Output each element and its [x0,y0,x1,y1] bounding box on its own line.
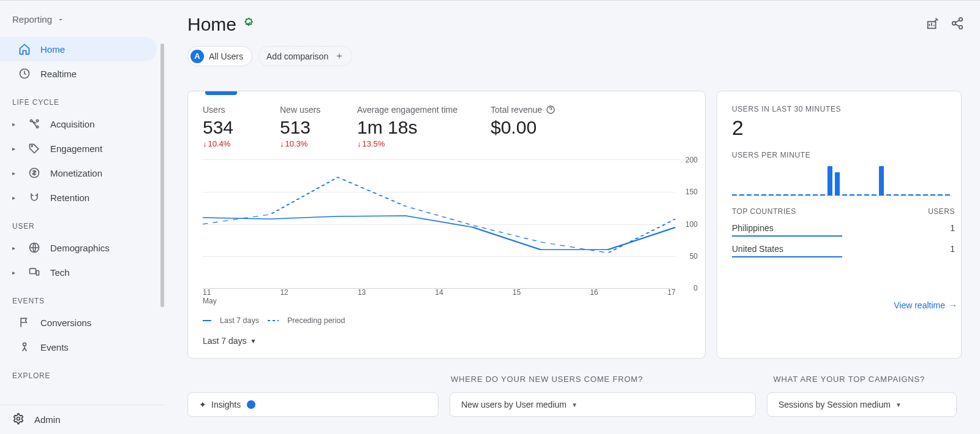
period-selector[interactable]: Last 7 days ▼ [203,336,705,346]
chip-label: Add comparison [266,51,328,61]
metric-total-revenue[interactable]: Total revenue $0.00 [491,105,582,148]
gear-icon [12,413,24,427]
users-chart: 200 150 100 50 0 [203,159,698,288]
svg-point-2 [36,126,38,128]
expand-icon: ▸ [12,145,18,152]
insights-card[interactable]: ✦ Insights [187,392,439,417]
svg-point-9 [23,343,26,346]
sidebar-item-conversions[interactable]: Conversions [0,310,157,335]
section-user: USER [0,210,165,235]
metric-delta: ↓10.3% [280,139,346,148]
share-icon[interactable] [951,17,964,32]
down-arrow-icon: ↓ [203,139,207,148]
expand-icon: ▸ [12,245,18,251]
section-events: EVENTS [0,284,165,310]
sidebar-item-events[interactable]: Events [0,335,157,359]
expand-icon: ▸ [12,269,18,276]
magnet-icon [28,191,40,204]
sidebar-item-home[interactable]: Home [0,37,157,61]
sidebar-item-engagement[interactable]: ▸ Engagement [0,136,157,161]
acquisition-icon [28,118,40,130]
main-content: Home A All Users Add comparison [165,1,980,434]
sidebar-item-monetization[interactable]: ▸ Monetization [0,161,157,185]
y-tick: 150 [685,188,698,196]
customize-icon[interactable] [926,17,940,32]
section-explore: EXPLORE [0,359,165,385]
dollar-icon [28,167,40,179]
y-tick: 100 [685,220,698,229]
section-life-cycle: LIFE CYCLE [0,86,165,112]
new-users-medium-card[interactable]: New users by User medium ▼ [450,392,756,417]
sidebar-item-label: Home [40,44,65,55]
country-row: Philippines 1 [732,221,961,237]
metric-value: 513 [280,117,346,138]
tag-icon [28,142,40,154]
metric-value: 1m 18s [357,117,480,138]
metric-value: $0.00 [491,117,582,138]
help-icon[interactable] [546,105,556,115]
chip-add-comparison[interactable]: Add comparison ＋ [258,46,352,66]
sidebar-item-label: Engagement [50,143,102,154]
metric-label: Average engagement time [357,105,480,115]
metric-delta: ↓10.4% [203,139,269,148]
verified-icon [243,17,255,32]
metric-label: New users [280,105,346,115]
metric-delta: ↓13.5% [357,139,480,148]
svg-point-13 [952,21,956,25]
x-axis-month: May [203,297,705,305]
realtime-head-users: USERS IN LAST 30 MINUTES [732,105,961,113]
users-column-label: USERS [928,207,955,216]
down-arrow-icon: ↓ [357,139,361,148]
svg-point-14 [959,26,963,29]
expand-icon: ▸ [12,170,18,177]
sidebar-scrollbar[interactable] [160,44,164,307]
plus-icon: ＋ [334,50,344,63]
flag-icon [18,316,31,329]
sidebar-item-label: Demographics [50,243,110,253]
sidebar-item-realtime[interactable]: Realtime [0,61,157,86]
view-realtime-link[interactable]: View realtime → [732,300,957,310]
metric-label: Users [203,105,269,115]
y-tick: 0 [693,284,698,292]
sidebar-item-admin[interactable]: Admin [0,405,165,434]
sidebar-item-acquisition[interactable]: ▸ Acquisition [0,112,157,136]
sidebar-item-label: Acquisition [50,119,95,129]
sidebar-item-retention[interactable]: ▸ Retention [0,185,157,210]
chip-label: All Users [209,51,243,61]
sidebar-item-label: Realtime [40,69,77,79]
realtime-card: USERS IN LAST 30 MINUTES 2 USERS PER MIN… [717,91,962,359]
devices-icon [28,266,40,278]
sidebar-item-label: Tech [50,267,70,278]
legend-swatch-dashed [268,320,279,321]
overview-card: Users 534 ↓10.4% New users 513 ↓10.3% Av… [187,91,706,359]
svg-rect-8 [36,271,39,276]
y-tick: 50 [690,252,698,261]
sessions-medium-card[interactable]: Sessions by Session medium ▼ [767,392,957,417]
admin-label: Admin [34,414,61,425]
audience-badge: A [190,50,204,63]
sidebar-item-label: Conversions [40,318,91,328]
arrow-right-icon: → [949,300,957,310]
sidebar-item-demographics[interactable]: ▸ Demographics [0,235,157,260]
down-arrow-icon: ↓ [280,139,284,148]
sidebar-item-tech[interactable]: ▸ Tech [0,260,157,284]
svg-point-1 [30,120,32,121]
sidebar-item-label: Retention [50,192,89,203]
realtime-user-count: 2 [732,116,961,140]
metric-label: Total revenue [491,105,582,115]
legend-swatch-solid [203,320,211,321]
metric-engagement-time[interactable]: Average engagement time 1m 18s ↓13.5% [357,105,480,148]
svg-rect-7 [30,268,36,273]
reporting-dropdown[interactable]: Reporting [0,12,165,37]
events-icon [18,341,31,353]
metric-users[interactable]: Users 534 ↓10.4% [203,105,269,148]
chart-legend: Last 7 days Preceding period [203,316,705,325]
clock-icon [18,67,31,80]
x-axis: 11 12 13 14 15 16 17 [203,288,676,297]
country-row: United States 1 [732,242,961,257]
users-per-minute-chart [732,166,952,196]
chevron-down-icon: ▼ [251,338,257,345]
metric-new-users[interactable]: New users 513 ↓10.3% [280,105,346,148]
sidebar-item-label: Events [40,342,69,352]
chip-all-users[interactable]: A All Users [187,46,252,66]
